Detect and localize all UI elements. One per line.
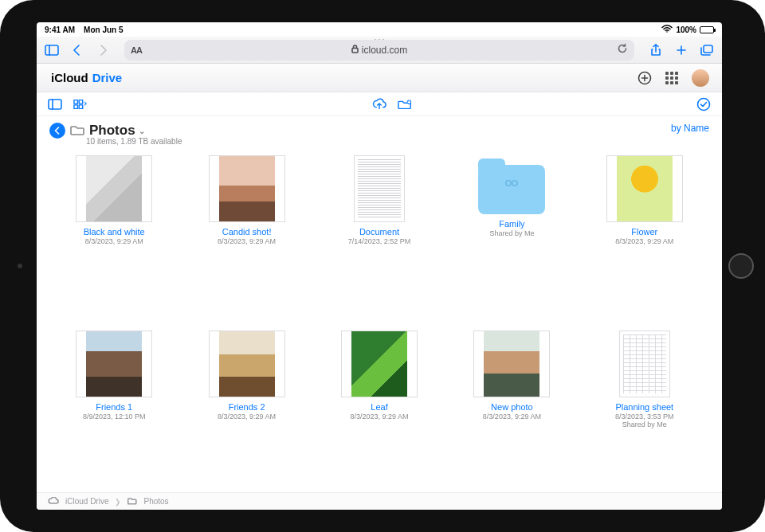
icloud-logo[interactable]: iCloud Drive (49, 71, 122, 84)
safari-toolbar: AA icloud.com (37, 37, 722, 64)
file-meta: 8/9/2023, 12:10 PM (83, 413, 146, 421)
photo-thumb (76, 155, 152, 222)
view-options-button[interactable] (73, 97, 88, 111)
nav-forward-button[interactable] (94, 41, 112, 59)
svg-point-21 (506, 181, 511, 186)
battery-percent: 100% (676, 25, 696, 34)
screen: 9:41 AM Mon Jun 5 100% (37, 22, 722, 510)
breadcrumb-root[interactable]: iCloud Drive (65, 497, 108, 506)
folder-title[interactable]: Photos ⌄ (89, 123, 145, 139)
file-item[interactable]: Friends 28/3/2023, 9:29 AM (183, 331, 309, 493)
back-button[interactable] (49, 123, 65, 139)
file-name: Planning sheet (615, 402, 673, 412)
status-time: 9:41 AM (45, 25, 75, 34)
reload-button[interactable] (617, 43, 628, 57)
folder-icon (128, 497, 137, 507)
brand-label: iCloud (51, 71, 88, 84)
photo-thumb (473, 331, 550, 397)
svg-rect-1 (45, 45, 58, 55)
photo-thumb (606, 155, 683, 222)
file-name: Black and white (84, 227, 145, 237)
status-right: 100% (661, 25, 714, 34)
wifi-icon (661, 25, 673, 34)
sidebar-toggle-button[interactable] (43, 41, 61, 59)
file-item[interactable]: Document7/14/2023, 2:52 PM (316, 155, 442, 310)
svg-rect-3 (352, 49, 358, 53)
photo-thumb (209, 155, 285, 222)
file-item[interactable]: New photo8/3/2023, 9:29 AM (449, 331, 575, 493)
battery-icon (700, 26, 714, 33)
file-item[interactable]: FamilyShared by Me (449, 155, 575, 310)
url-text: icloud.com (362, 45, 407, 56)
drive-toolbar (37, 92, 722, 116)
cloud-icon (48, 497, 59, 507)
device-camera (18, 264, 22, 268)
file-item[interactable]: Planning sheet8/3/2023, 3:53 PMShared by… (582, 331, 708, 493)
file-meta: 7/14/2023, 2:52 PM (348, 237, 411, 245)
file-meta: 8/3/2023, 9:29 AM (218, 237, 276, 245)
chevron-down-icon: ⌄ (139, 127, 145, 135)
photo-thumb (209, 331, 285, 397)
photo-thumb (341, 331, 418, 397)
folder-thumb (473, 155, 550, 214)
breadcrumb-bar: iCloud Drive ❯ Photos (37, 492, 722, 510)
folder-subtitle: 10 items, 1.89 TB available (86, 137, 194, 146)
apps-grid-button[interactable] (665, 71, 679, 85)
svg-rect-14 (74, 104, 78, 108)
file-item[interactable]: Leaf8/3/2023, 9:29 AM (316, 331, 442, 493)
folder-icon (70, 124, 84, 138)
share-button[interactable] (647, 41, 665, 59)
file-meta: 8/3/2023, 9:29 AM (350, 413, 408, 421)
status-left: 9:41 AM Mon Jun 5 (45, 25, 124, 34)
lock-icon (351, 45, 359, 55)
account-avatar[interactable] (692, 69, 709, 87)
file-name: Friends 1 (96, 402, 132, 412)
new-tab-button[interactable] (673, 41, 690, 59)
location-header: Photos ⌄ 10 items, 1.89 TB available by … (37, 116, 722, 149)
text-size-button[interactable]: AA (131, 45, 142, 55)
document-thumb (354, 155, 405, 222)
section-label: Drive (92, 71, 123, 84)
file-meta: Shared by Me (489, 229, 534, 237)
upload-button[interactable] (372, 97, 386, 111)
file-item[interactable]: Candid shot!8/3/2023, 9:29 AM (183, 155, 309, 310)
file-name: Friends 2 (229, 402, 265, 412)
new-folder-button[interactable] (398, 97, 412, 111)
panel-toggle-button[interactable] (48, 97, 62, 111)
tabs-button[interactable] (698, 41, 716, 59)
file-meta-secondary: Shared by Me (622, 421, 667, 428)
svg-rect-15 (79, 104, 83, 108)
file-meta: 8/3/2023, 9:29 AM (218, 413, 276, 421)
sort-button[interactable]: by Name (671, 123, 709, 134)
folder-title-text: Photos (89, 123, 135, 139)
home-button[interactable] (728, 253, 754, 279)
svg-rect-10 (49, 100, 61, 109)
file-grid: Black and white8/3/2023, 9:29 AMCandid s… (37, 149, 722, 492)
file-name: Flower (631, 227, 657, 237)
add-button[interactable] (638, 71, 652, 85)
svg-point-22 (512, 181, 517, 186)
svg-rect-13 (79, 100, 83, 104)
svg-point-0 (667, 31, 669, 33)
shared-icon (500, 178, 524, 197)
url-bar[interactable]: AA icloud.com (124, 40, 634, 61)
ipad-frame: 9:41 AM Mon Jun 5 100% (0, 0, 765, 532)
select-button[interactable] (696, 97, 711, 111)
nav-back-button[interactable] (69, 41, 86, 59)
file-meta: 8/3/2023, 9:29 AM (483, 413, 541, 421)
spreadsheet-thumb (619, 331, 670, 397)
file-meta: 8/3/2023, 3:53 PM (615, 413, 674, 421)
file-name: Leaf (371, 402, 387, 412)
breadcrumb-leaf[interactable]: Photos (143, 497, 168, 506)
file-item[interactable]: Flower8/3/2023, 9:29 AM (582, 155, 708, 310)
status-bar: 9:41 AM Mon Jun 5 100% (37, 22, 722, 37)
svg-rect-12 (74, 100, 78, 104)
file-item[interactable]: Friends 18/9/2023, 12:10 PM (51, 331, 177, 493)
file-item[interactable]: Black and white8/3/2023, 9:29 AM (51, 155, 177, 310)
file-name: Document (359, 227, 399, 237)
file-name: Family (499, 219, 524, 229)
chevron-right-icon: ❯ (115, 498, 121, 506)
status-date: Mon Jun 5 (84, 25, 123, 34)
file-meta: 8/3/2023, 9:29 AM (615, 237, 673, 245)
svg-point-20 (698, 98, 710, 110)
